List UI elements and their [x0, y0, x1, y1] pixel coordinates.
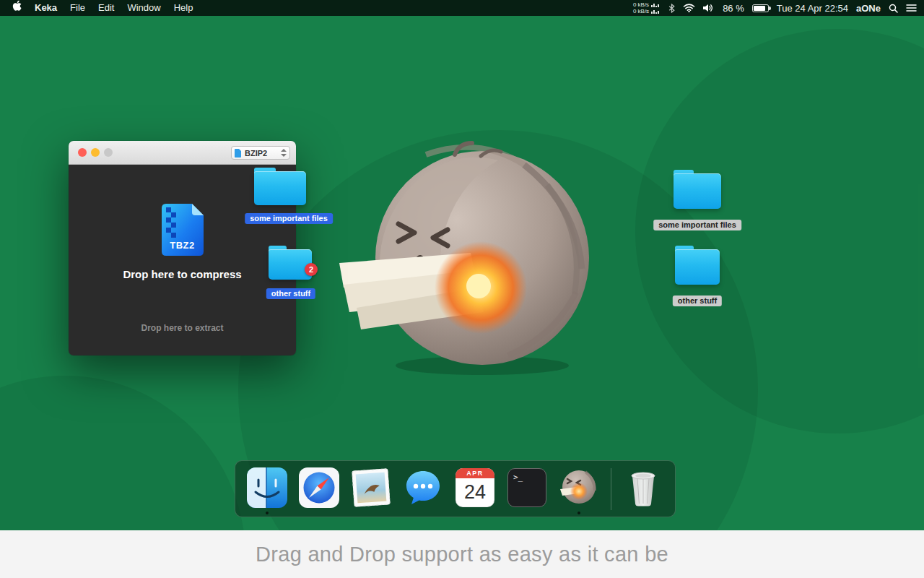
battery-percentage: 86 % [723, 3, 744, 14]
desktop-folder-label: some important files [653, 220, 741, 230]
drag-folder-some-important-files[interactable] [254, 168, 306, 205]
caption-text: Drag and Drop support as easy as it can … [256, 543, 668, 566]
dock: APR 24 >_ [235, 460, 676, 517]
folder-body [269, 249, 312, 280]
network-monitor[interactable]: 0 kB/s 0 kB/s [633, 1, 661, 14]
battery-fill [754, 6, 765, 11]
minimize-button[interactable] [91, 148, 100, 157]
menu-clock[interactable]: Tue 24 Apr 22:54 [777, 3, 848, 14]
tbz2-label: TBZ2 [162, 240, 204, 251]
notification-center-icon[interactable] [906, 4, 917, 12]
menu-app-name[interactable]: Keka [28, 0, 64, 16]
menu-window[interactable]: Window [121, 0, 167, 16]
dock-calendar-icon[interactable]: APR 24 [455, 467, 495, 508]
folder-body [675, 249, 720, 285]
dock-trash-icon[interactable] [623, 467, 663, 508]
dock-messages-icon[interactable] [403, 467, 443, 508]
menu-account[interactable]: aONe [856, 3, 881, 14]
extract-drop-text: Drop here to extract [69, 323, 296, 333]
volume-icon[interactable] [703, 4, 715, 12]
close-button[interactable] [78, 148, 87, 157]
format-value: BZIP2 [245, 149, 267, 158]
zoom-button[interactable] [104, 148, 113, 157]
calendar-month: APR [456, 468, 494, 478]
menu-help[interactable]: Help [167, 0, 200, 16]
calendar-day: 24 [456, 478, 494, 506]
spotlight-search-icon[interactable] [889, 4, 898, 13]
dock-safari-icon[interactable] [299, 467, 339, 508]
drag-folder-other-stuff[interactable]: 2 [269, 246, 312, 280]
dock-separator [611, 468, 611, 510]
format-file-icon [235, 149, 242, 158]
desktop-folder-label: other stuff [673, 296, 722, 306]
apple-menu[interactable] [6, 0, 28, 17]
drag-folder-label: other stuff [266, 288, 315, 299]
menu-edit[interactable]: Edit [92, 0, 121, 16]
desktop-folder-other-stuff[interactable] [675, 246, 720, 285]
count-badge: 2 [305, 263, 318, 276]
dock-mail-icon[interactable] [351, 467, 391, 508]
apple-icon [12, 0, 22, 12]
bluetooth-icon[interactable] [668, 4, 675, 13]
keka-mascot-illustration [338, 139, 598, 377]
network-bars-icon [651, 2, 661, 14]
chevron-up-down-icon [281, 149, 287, 157]
network-down-speed: 0 kB/s [633, 8, 649, 14]
compress-drop-text: Drop here to compress [69, 268, 296, 280]
format-select[interactable]: BZIP2 [231, 146, 290, 160]
extract-drop-zone[interactable]: Drop here to extract [69, 301, 296, 355]
wifi-icon[interactable] [683, 4, 695, 12]
dock-finder-icon[interactable] [247, 467, 287, 508]
menu-file[interactable]: File [64, 0, 92, 16]
folder-body [254, 171, 306, 205]
caption-bar: Drag and Drop support as easy as it can … [0, 530, 924, 578]
dock-terminal-icon[interactable]: >_ [507, 467, 547, 508]
menu-bar: Keka File Edit Window Help 0 kB/s 0 kB/s [0, 0, 924, 16]
folder-body [674, 173, 721, 209]
tbz2-file-icon: TBZ2 [162, 204, 204, 256]
dock-keka-icon[interactable] [559, 467, 599, 508]
drag-folder-label: some important files [245, 213, 333, 224]
terminal-prompt: >_ [513, 473, 523, 482]
battery-nub [769, 7, 771, 10]
battery-icon[interactable] [752, 4, 769, 12]
network-up-speed: 0 kB/s [633, 1, 649, 8]
window-titlebar[interactable]: BZIP2 [69, 141, 296, 165]
desktop-folder-some-important-files[interactable] [674, 170, 721, 209]
